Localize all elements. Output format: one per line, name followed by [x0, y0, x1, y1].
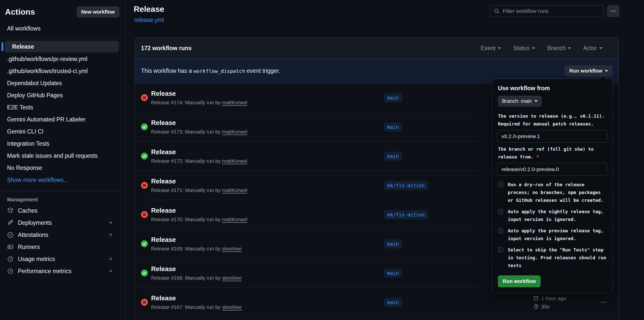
workflow-options-kebab-button[interactable]: [607, 5, 619, 17]
preview-tag-checkbox-row: Auto apply the preview release tag, inpu…: [498, 227, 606, 242]
success-icon: [141, 123, 148, 130]
dry-run-checkbox[interactable]: [498, 182, 503, 187]
new-workflow-button[interactable]: New workflow: [77, 7, 119, 17]
run-title-link[interactable]: Release: [151, 148, 247, 156]
success-icon: [141, 270, 148, 276]
skip-tests-checkbox[interactable]: [498, 247, 503, 252]
event-filter-dropdown[interactable]: Event: [481, 45, 501, 52]
chevron-down-icon: [568, 47, 571, 49]
run-actor-link[interactable]: skeshive: [222, 304, 242, 310]
branch-badge[interactable]: mk/fix-action: [384, 181, 428, 190]
branch-filter-dropdown[interactable]: Branch: [547, 45, 571, 52]
sidebar-item-label: Deployments: [18, 219, 52, 226]
verified-icon: [7, 232, 14, 238]
branch-badge[interactable]: main: [384, 269, 402, 278]
sidebar-item-performance-metrics[interactable]: Performance metrics: [0, 265, 125, 277]
sidebar-item-release-selected[interactable]: Release: [5, 41, 119, 52]
sidebar-divider: [0, 38, 125, 38]
workflow-dispatch-code: workflow_dispatch: [192, 68, 247, 74]
ref-input[interactable]: [497, 163, 607, 176]
show-more-workflows-link[interactable]: Show more workflows...: [0, 174, 125, 186]
run-options-kebab-button[interactable]: [600, 299, 607, 306]
run-workflow-dropdown-button[interactable]: Run workflow: [565, 66, 612, 76]
run-description: Release #174: Manually run by: [151, 100, 222, 105]
sidebar-item-workflow[interactable]: No Response: [0, 162, 125, 174]
branch-badge[interactable]: mk/fix-action: [384, 210, 428, 219]
run-actor-link[interactable]: skeshive: [222, 275, 242, 281]
failure-icon: [141, 182, 148, 189]
banner-text: event trigger.: [247, 68, 280, 74]
run-actor-link[interactable]: mattKorwel: [222, 217, 247, 222]
filter-label: Status: [513, 45, 529, 52]
filter-workflow-runs-input[interactable]: [503, 8, 600, 14]
actions-sidebar: Actions New workflow All workflows Relea…: [0, 0, 126, 320]
branch-badge[interactable]: main: [384, 122, 402, 132]
sidebar-item-workflow[interactable]: .github/workflows/trusted-ci.yml: [0, 65, 125, 77]
workflow-nav: Release .github/workflows/pr-review.yml …: [0, 41, 125, 186]
sidebar-item-usage-metrics[interactable]: Usage metrics: [0, 253, 125, 265]
run-title-link[interactable]: Release: [151, 265, 242, 273]
run-workflow-label: Run workflow: [569, 68, 602, 74]
external-link-icon: [108, 268, 113, 274]
nightly-tag-checkbox[interactable]: [498, 209, 503, 214]
run-title-link[interactable]: Release: [151, 236, 242, 244]
branch-selector-button[interactable]: Branch: main: [498, 96, 542, 107]
sidebar-item-workflow[interactable]: Dependabot Updates: [0, 77, 125, 89]
sidebar-item-label: Usage metrics: [18, 256, 55, 263]
status-filter-dropdown[interactable]: Status: [513, 45, 535, 52]
nightly-tag-checkbox-row: Auto apply the nightly release tag, inpu…: [498, 208, 606, 223]
sidebar-item-workflow[interactable]: Mark stale issues and pull requests: [0, 150, 125, 162]
run-actor-link[interactable]: mattKorwel: [222, 187, 247, 193]
sidebar-item-workflow[interactable]: E2E Tests: [0, 101, 125, 113]
skip-tests-checkbox-row: Select to skip the "Run Tests" step in t…: [498, 246, 606, 269]
sidebar-item-label: Performance metrics: [18, 268, 71, 275]
run-title-link[interactable]: Release: [151, 294, 242, 302]
sidebar-item-workflow[interactable]: Gemini CLI CI: [0, 125, 125, 138]
server-icon: [7, 244, 14, 250]
branch-badge[interactable]: main: [384, 298, 402, 307]
checkbox-label: Auto apply the nightly release tag, inpu…: [508, 208, 606, 223]
actor-filter-dropdown[interactable]: Actor: [583, 45, 602, 52]
external-link-icon: [108, 256, 113, 262]
failure-icon: [141, 94, 148, 101]
checkbox-label: Run a dry-run of the release process; no…: [508, 181, 606, 204]
run-actor-link[interactable]: mattKorwel: [222, 100, 247, 105]
sidebar-item-all-workflows[interactable]: All workflows: [0, 24, 125, 33]
sidebar-item-workflow[interactable]: Integration Tests: [0, 138, 125, 150]
kebab-horizontal-icon: [600, 299, 607, 306]
run-description: Release #167: Manually run by: [151, 304, 222, 310]
calendar-icon: [533, 295, 539, 301]
banner-text: This workflow has a: [141, 68, 192, 74]
sidebar-title: Actions: [5, 7, 35, 17]
filter-workflow-runs-box: [490, 5, 604, 17]
branch-badge[interactable]: main: [384, 239, 402, 248]
workflow-file-link[interactable]: release.yml: [134, 17, 164, 23]
sidebar-item-workflow[interactable]: Deploy GitHub Pages: [0, 89, 125, 101]
run-title-link[interactable]: Release: [151, 177, 247, 185]
sidebar-item-deployments[interactable]: Deployments: [0, 217, 125, 229]
runs-card-header: 172 workflow runs Event Status Branch Ac…: [135, 38, 619, 59]
run-actor-link[interactable]: mattKorwel: [222, 158, 247, 164]
version-input[interactable]: [497, 130, 607, 143]
branch-badge[interactable]: main: [384, 152, 402, 161]
run-title-link[interactable]: Release: [151, 119, 247, 127]
run-filters: Event Status Branch Actor: [481, 45, 612, 52]
run-title-link[interactable]: Release: [151, 207, 247, 214]
run-description: Release #173: Manually run by: [151, 129, 222, 135]
sidebar-item-workflow[interactable]: Gemini Automated PR Labeler: [0, 113, 125, 125]
filter-label: Event: [481, 45, 495, 52]
branch-badge[interactable]: main: [384, 93, 402, 102]
run-workflow-dispatch-panel: Use workflow from Branch: main The versi…: [492, 79, 613, 294]
sidebar-item-caches[interactable]: Caches: [0, 205, 125, 217]
kebab-horizontal-icon: [610, 8, 616, 14]
run-actor-link[interactable]: mattKorwel: [222, 129, 247, 135]
run-workflow-submit-button[interactable]: Run workflow: [498, 275, 541, 287]
run-title-link[interactable]: Release: [151, 90, 247, 98]
sidebar-item-runners[interactable]: Runners: [0, 241, 125, 253]
preview-tag-checkbox[interactable]: [498, 228, 503, 233]
run-actor-link[interactable]: skeshive: [222, 246, 242, 251]
ref-field-description: The branch or ref (full git sha) to rele…: [498, 145, 606, 161]
sidebar-item-workflow[interactable]: .github/workflows/pr-review.yml: [0, 53, 125, 65]
sidebar-item-attestations[interactable]: Attestations: [0, 229, 125, 241]
dry-run-checkbox-row: Run a dry-run of the release process; no…: [498, 181, 606, 204]
